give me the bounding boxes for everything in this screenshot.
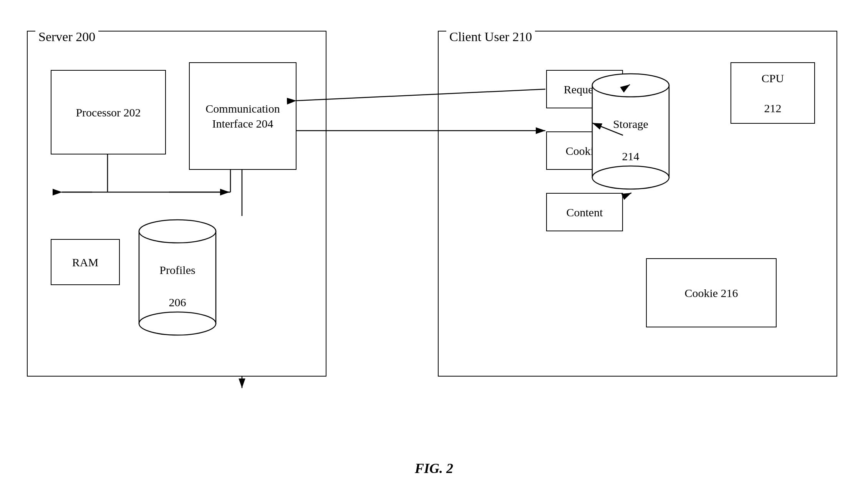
diagram: Server 200 Processor 202 CommunicationIn… <box>15 15 853 438</box>
server-box: Server 200 Processor 202 CommunicationIn… <box>27 31 326 377</box>
profiles-label: Profiles206 <box>135 262 220 310</box>
content-label: Content <box>567 205 603 220</box>
storage-cylinder: Storage214 <box>588 70 673 193</box>
profiles-cylinder: Profiles206 <box>135 216 220 339</box>
content-box: Content <box>546 193 623 231</box>
processor-box: Processor 202 <box>51 70 166 154</box>
comm-interface-label: CommunicationInterface 204 <box>205 101 280 131</box>
server-label: Server 200 <box>35 30 98 44</box>
svg-point-1 <box>139 312 216 335</box>
comm-interface-box: CommunicationInterface 204 <box>189 62 297 170</box>
cpu-label: CPU212 <box>762 71 784 116</box>
svg-point-5 <box>592 74 669 97</box>
cpu-box: CPU212 <box>731 62 815 124</box>
ram-box: RAM <box>51 239 120 285</box>
figure-caption: FIG. 2 <box>415 460 453 476</box>
processor-label: Processor 202 <box>76 105 141 120</box>
svg-point-4 <box>592 166 669 189</box>
fig-title: FIG. 2 <box>415 461 453 476</box>
storage-label: Storage214 <box>588 116 673 164</box>
cookie216-label: Cookie 216 <box>684 285 738 300</box>
client-label: Client User 210 <box>446 30 535 44</box>
ram-label: RAM <box>72 255 98 270</box>
cookie216-box: Cookie 216 <box>646 258 777 327</box>
svg-point-2 <box>139 220 216 243</box>
client-box: Client User 210 CPU212 Requests Cookies … <box>438 31 837 377</box>
